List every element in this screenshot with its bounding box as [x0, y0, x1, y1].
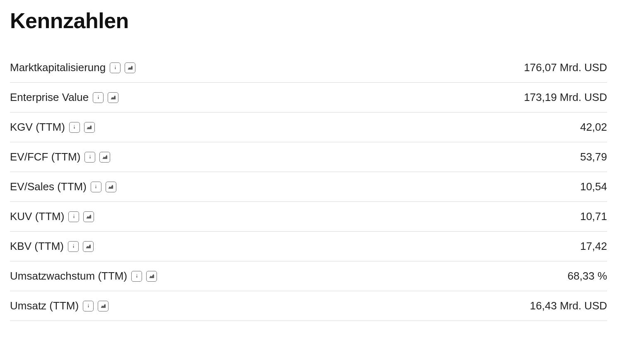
page-title: Kennzahlen [10, 8, 607, 33]
info-icon[interactable] [91, 182, 101, 192]
info-icon[interactable] [93, 92, 104, 103]
metric-label-group: Marktkapitalisierung [10, 61, 135, 74]
metric-value: 68,33 % [568, 270, 607, 283]
metric-label: KUV (TTM) [10, 210, 64, 223]
metric-label: Marktkapitalisierung [10, 61, 106, 74]
metrics-list: Marktkapitalisierung 176,07 Mrd. USD Ent… [10, 53, 607, 321]
metric-label: Enterprise Value [10, 91, 89, 104]
metric-row: Enterprise Value 173,19 Mrd. USD [10, 83, 607, 113]
metric-label-group: Umsatz (TTM) [10, 299, 108, 312]
chart-icon[interactable] [106, 182, 116, 192]
svg-point-8 [90, 155, 91, 156]
svg-point-12 [74, 215, 75, 216]
chart-icon[interactable] [84, 122, 95, 133]
metric-label-group: Enterprise Value [10, 91, 118, 104]
metric-row: EV/FCF (TTM) 53,79 [10, 142, 607, 172]
metric-value: 42,02 [580, 121, 607, 134]
metric-row: KUV (TTM) 10,71 [10, 202, 607, 232]
chart-icon[interactable] [146, 271, 157, 282]
metric-label-group: KBV (TTM) [10, 240, 94, 253]
metric-value: 16,43 Mrd. USD [530, 299, 607, 312]
svg-point-2 [115, 66, 116, 67]
metric-label: EV/Sales (TTM) [10, 180, 87, 193]
metric-value: 10,71 [580, 210, 607, 223]
metric-label: EV/FCF (TTM) [10, 151, 80, 163]
info-icon[interactable] [68, 241, 79, 252]
chart-icon[interactable] [83, 211, 94, 222]
metric-label-group: KUV (TTM) [10, 210, 94, 223]
metric-row: KGV (TTM) 42,02 [10, 113, 607, 142]
metric-label: KGV (TTM) [10, 121, 65, 134]
chart-icon[interactable] [98, 301, 108, 311]
metric-value: 173,19 Mrd. USD [524, 91, 607, 104]
metric-label: Umsatz (TTM) [10, 299, 79, 312]
chart-icon[interactable] [83, 241, 94, 252]
svg-point-4 [98, 96, 99, 96]
metric-value: 176,07 Mrd. USD [524, 61, 607, 74]
metric-row: KBV (TTM) 17,42 [10, 232, 607, 261]
metric-label-group: EV/Sales (TTM) [10, 180, 116, 193]
metric-value: 53,79 [580, 151, 607, 163]
metric-row: Umsatzwachstum (TTM) 68,33 % [10, 261, 607, 291]
svg-point-16 [136, 274, 137, 275]
metric-row: Marktkapitalisierung 176,07 Mrd. USD [10, 53, 607, 83]
svg-point-10 [96, 185, 96, 186]
svg-point-14 [73, 244, 74, 245]
info-icon[interactable] [131, 271, 142, 282]
metric-row: EV/Sales (TTM) 10,54 [10, 172, 607, 202]
info-icon[interactable] [68, 211, 79, 222]
svg-point-18 [88, 304, 89, 305]
info-icon[interactable] [69, 122, 80, 133]
metric-label-group: KGV (TTM) [10, 121, 95, 134]
metric-label: Umsatzwachstum (TTM) [10, 270, 127, 283]
metric-label-group: Umsatzwachstum (TTM) [10, 270, 157, 283]
info-icon[interactable] [83, 301, 94, 311]
metric-value: 17,42 [580, 240, 607, 253]
chart-icon[interactable] [99, 152, 110, 163]
metric-label-group: EV/FCF (TTM) [10, 151, 110, 163]
metric-row: Umsatz (TTM) 16,43 Mrd. USD [10, 291, 607, 321]
info-icon[interactable] [110, 62, 121, 73]
chart-icon[interactable] [125, 62, 135, 73]
metric-label: KBV (TTM) [10, 240, 64, 253]
metric-value: 10,54 [580, 180, 607, 193]
chart-icon[interactable] [108, 92, 118, 103]
info-icon[interactable] [84, 152, 95, 163]
svg-point-6 [74, 125, 75, 126]
